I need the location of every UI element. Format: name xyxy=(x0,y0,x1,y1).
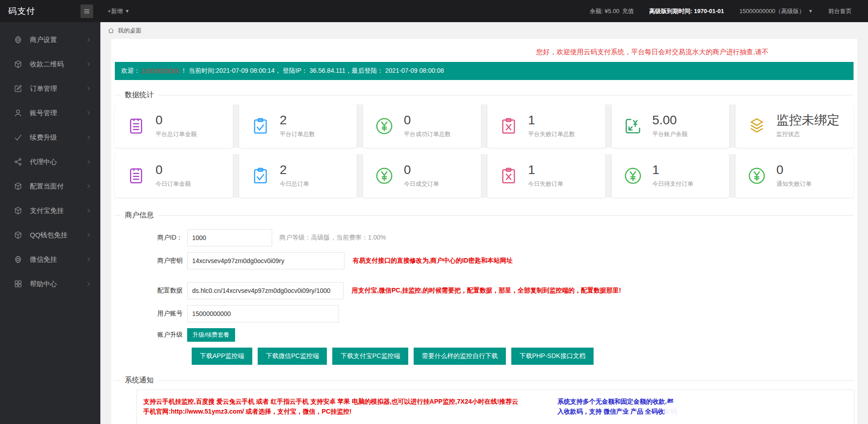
sidebar-item[interactable]: 微信免挂 xyxy=(0,247,100,272)
sidebar-item-label: 代理中心 xyxy=(30,158,57,166)
chevron-right-icon xyxy=(86,86,91,91)
sidebar-item-label: 支付宝免挂 xyxy=(30,207,64,215)
edit-icon xyxy=(14,84,23,93)
sidebar-item[interactable]: 商户设置 xyxy=(0,28,100,52)
chevron-right-icon xyxy=(86,61,91,67)
stat-value: 0 xyxy=(156,164,191,176)
chevron-right-icon xyxy=(86,37,91,42)
sidebar-nav: 商户设置 收款二维码 订单管理 账号管理 续费升级 代理中心 xyxy=(0,22,100,424)
config-data-input[interactable] xyxy=(187,282,344,299)
stats-row-2: 0 今日订单金额 2 今日总订单 0 今日成交订单 1 xyxy=(115,154,854,198)
hamburger-icon xyxy=(83,8,90,15)
merchant-key-row: 商户密钥 有易支付接口的直接修改为,商户中心的ID密匙和本站网址 xyxy=(111,252,857,269)
chevron-right-icon xyxy=(86,159,91,165)
user-account-input[interactable] xyxy=(187,305,339,322)
doc-lines-icon xyxy=(126,116,146,137)
sidebar-item-label: 配置当面付 xyxy=(30,182,64,191)
front-home-link[interactable]: 前台首页 xyxy=(828,7,852,15)
sidebar-item[interactable]: 支付宝免挂 xyxy=(0,198,100,223)
config-data-note: 用支付宝,微信PC,挂监控,的时候需要把，配置数据，那里，全部复制到监控端的，配… xyxy=(352,287,621,295)
chevron-right-icon xyxy=(86,281,91,287)
stat-value: 0 xyxy=(404,164,439,176)
chevron-right-icon xyxy=(86,208,91,213)
balance-group: 余额: ¥5.00 充值 xyxy=(590,7,634,15)
sidebar-item[interactable]: 帮助中心 xyxy=(0,272,100,296)
sidebar-item-label: QQ钱包免挂 xyxy=(30,231,67,240)
stat-label: 平台账户余额 xyxy=(652,130,688,138)
welcome-details: ！ 当前时间:2021-07-09 08:00:14， 登陆IP： 36.56.… xyxy=(181,67,444,75)
new-dropdown-label: +新增 xyxy=(108,7,123,15)
download-button[interactable]: 下载微信PC监控端 xyxy=(258,348,327,365)
welcome-banner: 欢迎： 15000000000 ！ 当前时间:2021-07-09 08:00:… xyxy=(115,62,854,80)
stat-value: 2 xyxy=(280,164,309,176)
recharge-link[interactable]: 充值 xyxy=(622,7,634,15)
chevron-right-icon xyxy=(86,257,91,262)
stat-value: 0 xyxy=(156,114,197,127)
download-button[interactable]: 下载支付宝PC监控端 xyxy=(332,348,408,365)
download-button[interactable]: 下载PHP-SDK接口文档 xyxy=(511,348,594,365)
upgrade-row: 账户升级 升级/续费套餐 xyxy=(111,328,857,342)
topbar-right: 余额: ¥5.00 充值 高级版到期时间: 1970-01-01 1500000… xyxy=(590,7,868,15)
merchant-id-row: 商户ID： 商户等级：高级版，当前费率：1.00% xyxy=(111,229,857,246)
merchant-key-input[interactable] xyxy=(187,252,344,269)
user-account-label: 用户账号 xyxy=(111,310,187,318)
stat-card: 1 今日待支付订单 xyxy=(612,154,730,198)
sidebar-item[interactable]: QQ钱包免挂 xyxy=(0,223,100,247)
sidebar-toggle-button[interactable] xyxy=(80,5,93,18)
sidebar-item[interactable]: 配置当面付 xyxy=(0,174,100,198)
merchant-key-label: 商户密钥 xyxy=(111,257,187,265)
sidebar-item-label: 账号管理 xyxy=(30,109,57,118)
notice-section-title: 系统通知 xyxy=(120,376,158,385)
config-data-label: 配置数据 xyxy=(111,287,187,295)
stat-card: 0 今日成交订单 xyxy=(363,154,481,198)
top-bar: 码支付 +新增 ▼ 余额: ¥5.00 充值 高级版到期时间: 1970-01-… xyxy=(0,0,868,22)
sidebar-item[interactable]: 收款二维码 xyxy=(0,52,100,76)
account-menu[interactable]: 15000000000（高级版） ▼ xyxy=(740,7,813,15)
new-dropdown[interactable]: +新增 ▼ xyxy=(108,7,130,15)
stat-card: 1 今日失败订单 xyxy=(487,154,605,198)
breadcrumb-label[interactable]: 我的桌面 xyxy=(118,27,142,35)
chevron-right-icon xyxy=(86,110,91,116)
sidebar-item[interactable]: 账号管理 xyxy=(0,101,100,125)
download-button[interactable]: 下载APP监控端 xyxy=(192,348,252,365)
stat-card: 0 平台总订单金额 xyxy=(115,104,233,148)
download-button[interactable]: 需要什么样的监控自行下载 xyxy=(414,348,506,365)
stat-value: 2 xyxy=(280,114,315,127)
clip-x-icon xyxy=(498,165,519,186)
user-icon xyxy=(14,108,23,118)
stat-card: 0 通知失败订单 xyxy=(736,154,854,198)
stat-card: 2 平台订单总数 xyxy=(239,104,357,148)
clip-check-icon xyxy=(250,116,271,137)
stat-value: 监控未绑定 xyxy=(776,114,840,127)
sidebar-item-label: 帮助中心 xyxy=(30,280,57,288)
gear-icon xyxy=(14,35,23,44)
notice-marquee: 您好，欢迎使用云码支付系统，平台每日会对交易流水大的商户进行抽查,请不 xyxy=(536,48,769,57)
home-icon[interactable] xyxy=(108,27,114,34)
cube-icon xyxy=(14,182,23,191)
stat-value: 0 xyxy=(404,114,451,127)
sidebar-item[interactable]: 续费升级 xyxy=(0,125,100,150)
caret-down-icon: ▼ xyxy=(808,9,813,14)
config-data-row: 配置数据 用支付宝,微信PC,挂监控,的时候需要把，配置数据，那里，全部复制到监… xyxy=(111,282,857,299)
stats-section-divider: 数据统计 xyxy=(115,95,854,95)
merchant-id-label: 商户ID： xyxy=(111,234,187,242)
app-logo: 码支付 xyxy=(0,5,80,17)
merchant-id-input[interactable] xyxy=(187,229,272,246)
doc-lines-icon xyxy=(126,165,146,186)
sidebar-item[interactable]: 订单管理 xyxy=(0,76,100,101)
sidebar-item[interactable]: 代理中心 xyxy=(0,150,100,174)
stat-label: 今日待支付订单 xyxy=(652,180,693,188)
upgrade-button[interactable]: 升级/续费套餐 xyxy=(187,328,235,342)
stat-value: 1 xyxy=(652,164,693,176)
merchant-key-note: 有易支付接口的直接修改为,商户中心的ID密匙和本站网址 xyxy=(353,257,513,265)
main-content: 您好，欢迎使用云码支付系统，平台每日会对交易流水大的商户进行抽查,请不 欢迎： … xyxy=(100,39,868,424)
merchant-grade-note: 商户等级：高级版，当前费率：1.00% xyxy=(279,234,386,242)
yen-circle-icon xyxy=(746,165,767,186)
clip-x-icon xyxy=(498,116,519,137)
sidebar-item-label: 订单管理 xyxy=(30,85,57,93)
stats-row-1: 0 平台总订单金额 2 平台订单总数 0 平台成功订单总数 1 xyxy=(115,104,854,148)
content-panel: 您好，欢迎使用云码支付系统，平台每日会对交易流水大的商户进行抽查,请不 欢迎： … xyxy=(111,39,857,424)
stat-label: 通知失败订单 xyxy=(776,180,811,188)
notice-section-divider: 系统通知 xyxy=(115,380,854,381)
merchant-form: 商户ID： 商户等级：高级版，当前费率：1.00% 商户密钥 有易支付接口的直接… xyxy=(111,229,857,365)
